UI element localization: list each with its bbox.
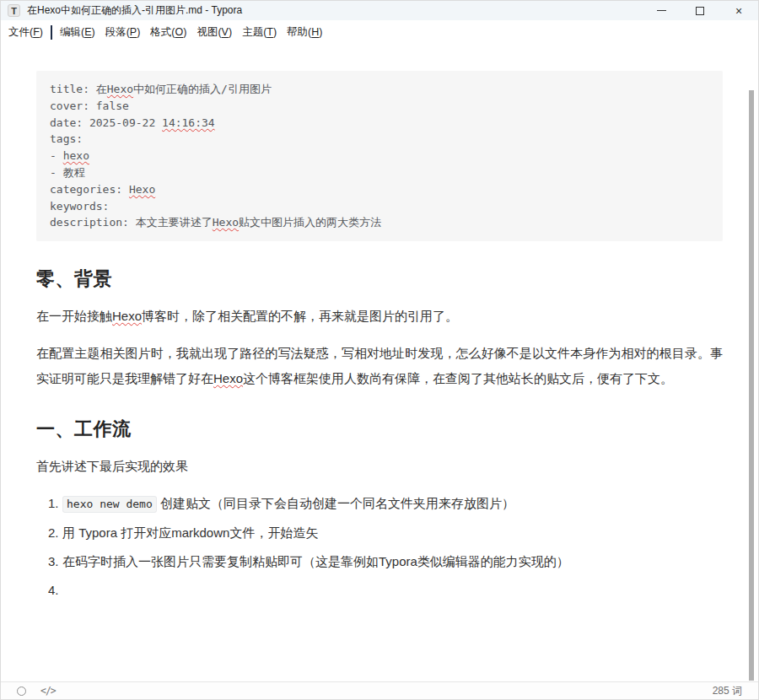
list-item: 4. <box>48 578 723 603</box>
paragraph: 首先讲述下最后实现的效果 <box>36 454 723 479</box>
text-caret <box>51 25 52 40</box>
frontmatter-line: categories: Hexo <box>50 181 709 198</box>
heading-background: 零、背景 <box>36 267 723 292</box>
yaml-frontmatter-block[interactable]: title: 在Hexo中如何正确的插入/引用图片 cover: false d… <box>36 71 723 241</box>
statusbar: </> 285 词 <box>1 681 758 699</box>
minimize-button[interactable] <box>642 1 681 20</box>
menu-edit[interactable]: 编辑(E) <box>55 23 100 42</box>
frontmatter-line: - 教程 <box>50 164 709 181</box>
list-marker: 1. <box>48 491 62 517</box>
list-marker: 4. <box>48 578 62 603</box>
ordered-list: 1. hexo new demo 创建贴文（同目录下会自动创建一个同名文件夹用来… <box>48 491 723 603</box>
frontmatter-line: title: 在Hexo中如何正确的插入/引用图片 <box>50 81 709 98</box>
list-item: 2. 用 Typora 打开对应markdown文件，开始造矢 <box>48 520 723 546</box>
frontmatter-line: cover: false <box>50 98 709 115</box>
heading-workflow: 一、工作流 <box>36 417 723 442</box>
frontmatter-line: date: 2025-09-22 14:16:34 <box>50 115 709 132</box>
close-button[interactable]: × <box>719 1 758 20</box>
list-item: 3. 在码字时插入一张图片只需要复制粘贴即可（这是靠例如Typora类似编辑器的… <box>48 549 723 574</box>
scrollbar-thumb[interactable] <box>749 90 754 681</box>
menu-format[interactable]: 格式(O) <box>145 23 191 42</box>
maximize-button[interactable] <box>681 1 719 20</box>
frontmatter-line: - hexo <box>50 148 709 164</box>
paragraph: 在一开始接触Hexo博客时，除了相关配置的不解，再来就是图片的引用了。 <box>36 304 723 329</box>
word-count: 285 词 <box>713 684 742 698</box>
frontmatter-line: tags: <box>50 131 709 148</box>
typora-window: T 在Hexo中如何正确的插入-引用图片.md - Typora × 文件(F)… <box>0 0 759 700</box>
circle-icon[interactable] <box>17 687 26 696</box>
window-controls: × <box>642 1 758 20</box>
menu-view[interactable]: 视图(V) <box>191 23 237 42</box>
menubar: 文件(F) 编辑(E) 段落(P) 格式(O) 视图(V) 主题(T) 帮助(H… <box>1 20 758 44</box>
list-item: 1. hexo new demo 创建贴文（同目录下会自动创建一个同名文件夹用来… <box>48 491 723 517</box>
titlebar: T 在Hexo中如何正确的插入-引用图片.md - Typora × <box>1 1 758 20</box>
window-title: 在Hexo中如何正确的插入-引用图片.md - Typora <box>27 3 242 18</box>
menu-theme[interactable]: 主题(T) <box>237 23 282 42</box>
menu-paragraph[interactable]: 段落(P) <box>100 23 146 42</box>
menu-file[interactable]: 文件(F) <box>3 23 48 42</box>
source-code-mode-icon[interactable]: </> <box>40 685 56 697</box>
list-item-text: 在码字时插入一张图片只需要复制粘贴即可（这是靠例如Typora类似编辑器的能力实… <box>62 549 569 574</box>
frontmatter-line: keywords: <box>50 198 709 215</box>
menu-help[interactable]: 帮助(H) <box>282 23 327 42</box>
typora-app-icon: T <box>8 4 20 17</box>
list-marker: 3. <box>48 549 62 574</box>
list-item-text: hexo new demo 创建贴文（同目录下会自动创建一个同名文件夹用来存放图… <box>62 491 514 517</box>
editor-content[interactable]: title: 在Hexo中如何正确的插入/引用图片 cover: false d… <box>1 44 758 681</box>
list-marker: 2. <box>48 520 62 546</box>
frontmatter-line: description: 本文主要讲述了Hexo贴文中图片插入的两大类方法 <box>50 214 709 231</box>
paragraph: 在配置主题相关图片时，我就出现了路径的写法疑惑，写相对地址时发现，怎么好像不是以… <box>36 341 723 391</box>
list-item-text: 用 Typora 打开对应markdown文件，开始造矢 <box>62 520 318 546</box>
